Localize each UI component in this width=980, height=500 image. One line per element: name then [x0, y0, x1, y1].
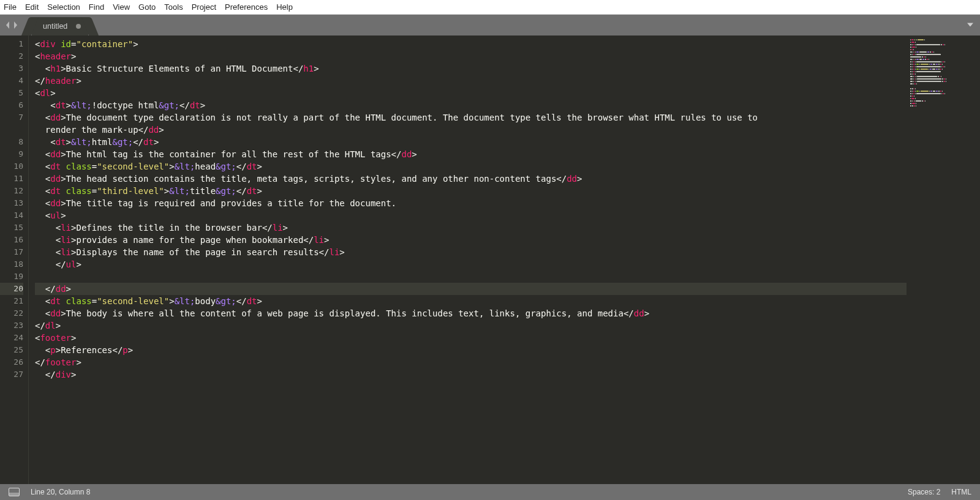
code-line: <ul> — [35, 209, 907, 222]
code-line: <li>provides a name for the page when bo… — [35, 234, 907, 246]
line-number: 15 — [0, 222, 23, 234]
line-number: 11 — [0, 173, 23, 185]
line-number: 21 — [0, 295, 23, 307]
line-number: 7 — [0, 111, 23, 124]
code-line: render the mark-up</dd> — [35, 124, 907, 136]
menu-help[interactable]: Help — [276, 2, 293, 12]
code-line: <dd>The body is where all the content of… — [35, 307, 907, 319]
code-line: <dt>&lt;html&gt;</dt> — [35, 136, 907, 148]
line-number: 27 — [0, 368, 23, 381]
code-editor[interactable]: <div id="container"><header> <h1>Basic S… — [29, 35, 907, 484]
line-number: 2 — [0, 50, 23, 62]
cursor-position[interactable]: Line 20, Column 8 — [31, 488, 90, 496]
menu-file[interactable]: File — [4, 2, 17, 12]
nav-forward-icon — [12, 21, 18, 29]
code-line: <dd>The html tag is the container for al… — [35, 148, 907, 160]
line-number: 14 — [0, 209, 23, 222]
line-number: 13 — [0, 197, 23, 209]
menu-goto[interactable]: Goto — [138, 2, 156, 12]
line-number: 9 — [0, 148, 23, 160]
line-number: 10 — [0, 160, 23, 173]
code-line: <dt class="third-level">&lt;title&gt;</d… — [35, 185, 907, 197]
tab-overflow-button[interactable] — [967, 20, 974, 31]
tab-bar: untitled — [0, 15, 980, 35]
file-tab-title: untitled — [43, 22, 67, 31]
chevron-down-icon — [967, 21, 974, 29]
line-number: 5 — [0, 87, 23, 99]
line-number: 23 — [0, 319, 23, 332]
code-line: </div> — [35, 368, 907, 381]
code-line: </header> — [35, 75, 907, 87]
code-line: </dl> — [35, 319, 907, 332]
menu-edit[interactable]: Edit — [25, 2, 39, 12]
indentation-setting[interactable]: Spaces: 2 — [908, 488, 940, 496]
code-line — [35, 271, 907, 283]
line-number: 26 — [0, 356, 23, 368]
menu-view[interactable]: View — [113, 2, 130, 12]
code-line: <dd>The title tag is required and provid… — [35, 197, 907, 209]
status-bar: Line 20, Column 8 Spaces: 2 HTML — [0, 484, 980, 500]
code-line: <dd>The document type declaration is not… — [35, 111, 907, 124]
menu-selection[interactable]: Selection — [47, 2, 80, 12]
code-line: <li>Displays the name of the page in sea… — [35, 246, 907, 258]
line-number: 24 — [0, 332, 23, 344]
line-number: 25 — [0, 344, 23, 356]
editor-area: 1234567891011121314151617181920212223242… — [0, 35, 980, 484]
menu-tools[interactable]: Tools — [164, 2, 183, 12]
code-line: <dt>&lt;!doctype html&gt;</dt> — [35, 99, 907, 111]
line-number: 4 — [0, 75, 23, 87]
code-line: <h1>Basic Structure Elements of an HTML … — [35, 62, 907, 75]
line-number — [0, 124, 23, 136]
code-line: <dl> — [35, 87, 907, 99]
line-number: 19 — [0, 271, 23, 283]
menu-preferences[interactable]: Preferences — [225, 2, 268, 12]
line-number: 18 — [0, 258, 23, 271]
code-line: <dt class="second-level">&lt;head&gt;</d… — [35, 160, 907, 173]
code-line: <header> — [35, 50, 907, 62]
menu-find[interactable]: Find — [89, 2, 104, 12]
line-number: 12 — [0, 185, 23, 197]
minimap[interactable] — [907, 35, 980, 484]
line-number: 8 — [0, 136, 23, 148]
syntax-mode[interactable]: HTML — [951, 488, 971, 496]
code-line: <li>Defines the title in the browser bar… — [35, 222, 907, 234]
code-line: <div id="container"> — [35, 38, 907, 50]
menu-project[interactable]: Project — [192, 2, 216, 12]
panel-toggle-icon[interactable] — [9, 488, 20, 496]
line-number-gutter[interactable]: 1234567891011121314151617181920212223242… — [0, 35, 29, 484]
line-number: 1 — [0, 38, 23, 50]
menu-bar: FileEditSelectionFindViewGotoToolsProjec… — [0, 0, 980, 15]
line-number: 3 — [0, 62, 23, 75]
code-line: </dd> — [35, 283, 907, 295]
line-number: 16 — [0, 234, 23, 246]
code-line: </footer> — [35, 356, 907, 368]
line-number: 17 — [0, 246, 23, 258]
unsaved-indicator-icon — [76, 24, 81, 29]
line-number: 6 — [0, 99, 23, 111]
line-number: 20 — [0, 283, 23, 295]
code-line: </ul> — [35, 258, 907, 271]
file-tab-active[interactable]: untitled — [32, 17, 88, 35]
nav-back-icon — [5, 21, 11, 29]
code-line: <dt class="second-level">&lt;body&gt;</d… — [35, 295, 907, 307]
line-number: 22 — [0, 307, 23, 319]
tab-history-nav[interactable] — [0, 15, 23, 35]
code-line: <footer> — [35, 332, 907, 344]
code-line: <dd>The head section contains the title,… — [35, 173, 907, 185]
code-line: <p>References</p> — [35, 344, 907, 356]
